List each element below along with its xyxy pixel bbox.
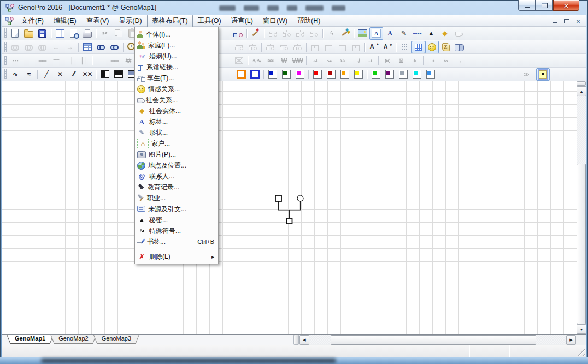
menu-item-20[interactable]: 书签...Ctrl+B (135, 236, 218, 247)
document-minimize-button[interactable] (550, 17, 560, 25)
menu-item-2[interactable]: 家庭(F)... (135, 40, 218, 51)
print-preview[interactable] (67, 27, 80, 40)
color-sky-blue[interactable] (424, 68, 437, 81)
resize-grip[interactable] (578, 349, 585, 356)
scroll-left-button[interactable] (299, 335, 309, 345)
tab-GenoMap1[interactable]: GenoMap1 (7, 335, 54, 344)
curve-double[interactable]: ≈ (22, 68, 36, 81)
father-square[interactable] (275, 195, 281, 201)
close-button[interactable] (553, 0, 579, 11)
tab-scroll-splitter[interactable] (293, 335, 299, 345)
menu-item-22[interactable]: ✗删除(L)▸ (135, 251, 218, 262)
increase-font[interactable]: A (367, 41, 380, 53)
eyedropper-pen[interactable]: ✎ (397, 27, 410, 40)
rules[interactable]: Z (439, 41, 452, 53)
genogram-connector-lines[interactable] (279, 201, 301, 218)
current-style[interactable] (536, 68, 550, 81)
menubar-item-2[interactable]: 编辑(E) (49, 15, 81, 27)
menu-item-14[interactable]: @联系人... (135, 171, 218, 182)
text-label[interactable]: A (383, 27, 397, 40)
tab-GenoMap3[interactable]: GenoMap3 (93, 335, 139, 344)
menubar-item-4[interactable]: 显示(D) (114, 15, 146, 27)
secret-symbol[interactable]: ▲ (424, 27, 438, 40)
color-yellow[interactable] (351, 68, 365, 81)
menu-item-11[interactable]: ⌂家户... (135, 138, 218, 149)
horizontal-scroll-track[interactable] (310, 335, 566, 344)
new-document[interactable] (8, 27, 22, 40)
outline-orange[interactable] (234, 68, 248, 81)
menu-item-9[interactable]: A标签... (135, 116, 218, 127)
boxed-label[interactable]: A (369, 27, 383, 40)
child-square[interactable] (287, 218, 292, 224)
menubar-item-9[interactable]: 帮助(H) (292, 15, 325, 27)
menu-item-18[interactable]: ▲秘密... (135, 214, 218, 225)
menu-item-6[interactable]: 情感关系... (135, 83, 218, 94)
table-columns[interactable] (53, 27, 67, 40)
menubar-item-8[interactable]: 窗口(W) (258, 15, 292, 27)
horizontal-scroll-thumb[interactable] (331, 335, 536, 345)
report-book[interactable] (452, 41, 466, 53)
vertical-scroll-track[interactable] (577, 96, 586, 324)
insert-picture[interactable] (356, 27, 369, 40)
genogram-symbol[interactable] (2, 81, 577, 334)
minimize-button[interactable] (518, 0, 536, 11)
menu-item-16[interactable]: 职业... (135, 193, 218, 204)
document-close-button[interactable] (573, 17, 583, 25)
open-file[interactable] (22, 27, 36, 40)
menu-item-5[interactable]: 孪生(T)... (135, 73, 218, 83)
show-emoticons[interactable] (425, 41, 439, 53)
fill-top-black[interactable] (111, 68, 125, 81)
vertical-scroll-thumb[interactable] (577, 164, 586, 324)
menu-item-4[interactable]: 系谱链接... (135, 62, 218, 73)
curve-single[interactable]: ∿ (8, 68, 22, 81)
toolbar-grip[interactable] (4, 42, 7, 52)
toolbar-grip[interactable] (4, 69, 7, 79)
menu-item-17[interactable]: 来源及引文... (135, 204, 218, 214)
menubar-item-1[interactable]: 文件(F) (16, 15, 49, 27)
color-orange[interactable] (338, 68, 351, 81)
menu-item-19[interactable]: ∿特殊符号... (135, 225, 218, 236)
find[interactable] (94, 41, 108, 53)
hatch-double-cross[interactable]: ✕✕ (80, 68, 94, 81)
menubar-item-3[interactable]: 查看(V) (81, 15, 114, 27)
menu-item-12[interactable]: 图片(P)... (135, 149, 218, 160)
genomap-canvas[interactable] (2, 81, 577, 334)
genogram-objects[interactable] (231, 27, 245, 40)
find-in-table[interactable] (108, 41, 121, 53)
print[interactable] (80, 27, 94, 40)
color-blue[interactable] (266, 68, 279, 81)
menubar-item-5[interactable]: 表格布局(T) (147, 15, 193, 27)
toolbar-grip[interactable] (4, 56, 7, 65)
hatch-single[interactable]: ╱ (39, 68, 53, 81)
menu-item-1[interactable]: 个体(I)... (135, 29, 218, 40)
color-dark-red[interactable] (324, 68, 338, 81)
document-restore-button[interactable] (562, 17, 572, 25)
color-green[interactable] (369, 68, 383, 81)
color-magenta[interactable] (293, 68, 307, 81)
menubar-item-7[interactable]: 语言(L) (226, 15, 258, 27)
table-view[interactable] (80, 41, 94, 53)
decrease-font[interactable]: A (380, 41, 394, 53)
split-view-handle[interactable] (577, 81, 586, 86)
menu-item-10[interactable]: ✎形状... (135, 127, 218, 138)
dashed-line-style[interactable]: ---- (410, 27, 424, 40)
titlebar[interactable]: GenoPro 2016 - [Document1 * @ GenoMap1] (0, 0, 588, 15)
menu-item-15[interactable]: 教育记录... (135, 182, 218, 193)
color-dark-green[interactable] (279, 68, 293, 81)
menu-item-8[interactable]: ◆社会实体... (135, 105, 218, 116)
hatch-double[interactable]: ⁄⁄ (67, 68, 80, 81)
menubar-item-6[interactable]: 工具(O) (193, 15, 226, 27)
mother-circle[interactable] (297, 195, 303, 201)
color-purple[interactable] (383, 68, 396, 81)
fill-left-black[interactable] (98, 68, 111, 81)
menu-item-3[interactable]: 婚姻(U)... (135, 51, 218, 62)
hatch-cross[interactable]: ✕ (53, 68, 67, 81)
outline-blue[interactable] (248, 68, 262, 81)
tab-GenoMap2[interactable]: GenoMap2 (50, 335, 96, 344)
social-entity[interactable]: ◆ (438, 27, 451, 40)
smart-wand[interactable] (249, 27, 262, 40)
toolbar-grip[interactable] (4, 28, 7, 38)
color-red[interactable] (310, 68, 324, 81)
save[interactable] (36, 27, 49, 40)
scroll-right-button[interactable] (566, 335, 576, 345)
